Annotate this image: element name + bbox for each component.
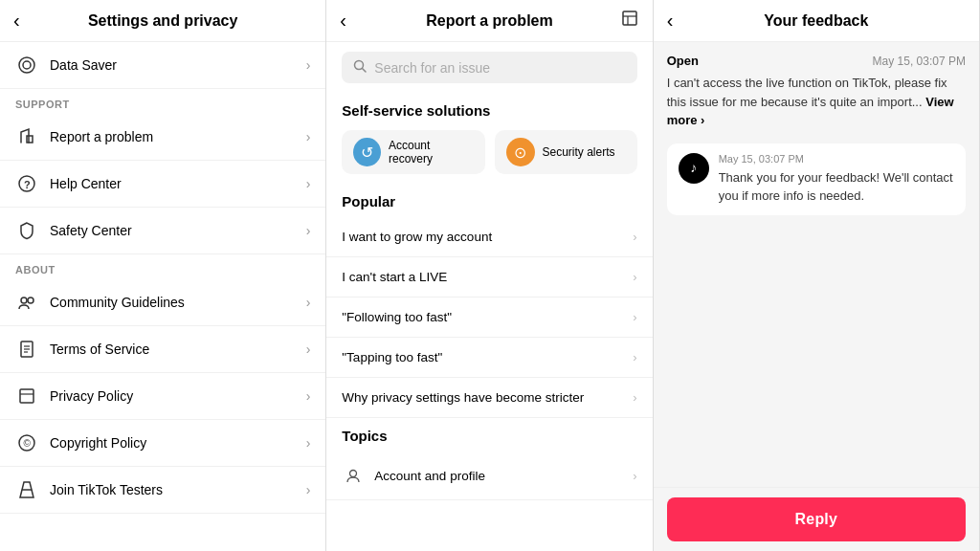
privacy-label: Privacy Policy [50,388,306,404]
community-label: Community Guidelines [50,295,306,310]
settings-header: ‹ Settings and privacy [0,0,325,42]
reply-content: May 15, 03:07 PM Thank you for your feed… [719,153,954,206]
report-panel: ‹ Report a problem Search for an issue S… [326,0,653,551]
report-list: Self-service solutions ↺ Account recover… [326,93,652,551]
data-saver-chevron: › [306,57,311,73]
feedback-back-button[interactable]: ‹ [667,10,674,32]
reply-text: Thank you for your feedback! We'll conta… [719,168,954,206]
security-alerts-label: Security alerts [543,145,615,159]
help-label: Help Center [50,176,306,191]
settings-item-data-saver[interactable]: Data Saver › [0,42,325,89]
edit-icon[interactable] [620,9,639,33]
account-profile-chevron: › [633,469,636,483]
svg-rect-15 [623,11,636,25]
svg-point-20 [350,471,357,477]
help-chevron: › [306,176,311,191]
community-chevron: › [306,295,311,310]
tapping-label: "Tapping too fast" [342,350,633,364]
settings-item-copyright[interactable]: © Copyright Policy › [0,420,325,467]
svg-point-6 [28,298,33,303]
settings-title: Settings and privacy [88,12,238,30]
terms-label: Terms of Service [50,342,306,357]
privacy-settings-chevron: › [633,390,636,405]
report-chevron: › [306,129,311,144]
svg-point-0 [19,57,34,73]
feedback-header: ‹ Your feedback [654,0,979,42]
account-profile-icon [342,464,365,487]
community-icon [15,291,38,314]
testers-chevron: › [306,482,311,497]
safety-label: Safety Center [50,223,306,238]
grow-label: I want to grow my account [342,230,633,244]
svg-rect-2 [27,136,33,143]
feedback-status-row: Open May 15, 03:07 PM [667,54,966,68]
following-label: "Following too fast" [342,310,633,324]
copyright-chevron: › [306,435,311,451]
report-icon [15,125,38,148]
settings-item-help[interactable]: ? Help Center › [0,161,325,208]
tapping-chevron: › [633,350,636,364]
report-item-following[interactable]: "Following too fast" › [326,298,652,338]
security-alerts-card[interactable]: ⊙ Security alerts [495,130,637,174]
feedback-text: I can't access the live function on TikT… [667,74,966,130]
feedback-status: Open [667,54,699,68]
feedback-date: May 15, 03:07 PM [873,55,966,68]
search-icon [353,59,367,76]
settings-list: Data Saver › SUPPORT Report a problem › … [0,42,325,551]
settings-item-testers[interactable]: Join TikTok Testers › [0,467,325,514]
report-item-account-profile[interactable]: Account and profile › [326,452,652,500]
safety-icon [15,219,38,242]
settings-panel: ‹ Settings and privacy Data Saver › SUPP… [0,0,326,551]
report-item-live[interactable]: I can't start a LIVE › [326,257,652,298]
report-back-button[interactable]: ‹ [340,10,346,32]
reply-date: May 15, 03:07 PM [719,153,954,165]
report-item-privacy-settings[interactable]: Why privacy settings have become stricte… [326,378,652,418]
copyright-icon: © [15,431,38,454]
about-section-label: ABOUT [0,254,325,279]
account-profile-label: Account and profile [374,469,633,483]
svg-text:?: ? [24,179,31,190]
support-section-label: SUPPORT [0,89,325,114]
search-bar[interactable]: Search for an issue [342,52,636,83]
tiktok-avatar: ♪ [679,153,709,184]
help-icon: ? [15,172,38,195]
settings-item-privacy[interactable]: Privacy Policy › [0,373,325,420]
report-label: Report a problem [50,129,306,144]
terms-chevron: › [306,342,311,357]
account-recovery-card[interactable]: ↺ Account recovery [342,130,484,174]
report-item-grow[interactable]: I want to grow my account › [326,217,652,257]
search-placeholder: Search for an issue [374,60,490,76]
privacy-icon [15,385,38,408]
copyright-label: Copyright Policy [50,435,306,451]
privacy-settings-label: Why privacy settings have become stricte… [342,390,633,405]
reply-bubble: ♪ May 15, 03:07 PM Thank you for your fe… [667,143,966,215]
feedback-footer: Reply [654,487,979,551]
live-label: I can't start a LIVE [342,270,633,284]
terms-icon [15,338,38,361]
live-chevron: › [633,270,636,284]
back-button[interactable]: ‹ [13,10,20,32]
reply-button[interactable]: Reply [667,497,966,541]
testers-icon [15,478,38,501]
self-service-cards: ↺ Account recovery ⊙ Security alerts [326,126,652,184]
report-item-tapping[interactable]: "Tapping too fast" › [326,338,652,378]
feedback-content: Open May 15, 03:07 PM I can't access the… [654,42,979,487]
svg-rect-11 [20,389,33,403]
following-chevron: › [633,310,636,324]
privacy-chevron: › [306,388,311,404]
popular-title: Popular [326,184,652,217]
svg-line-19 [363,69,367,73]
grow-chevron: › [633,230,636,244]
settings-item-community[interactable]: Community Guidelines › [0,279,325,326]
settings-item-terms[interactable]: Terms of Service › [0,326,325,373]
settings-item-safety[interactable]: Safety Center › [0,208,325,254]
report-title: Report a problem [426,12,552,30]
settings-item-report[interactable]: Report a problem › [0,114,325,161]
account-recovery-icon: ↺ [353,138,381,166]
self-service-title: Self-service solutions [326,93,652,126]
testers-label: Join TikTok Testers [50,482,306,497]
topics-title: Topics [326,418,652,452]
tiktok-logo-icon: ♪ [690,161,697,176]
feedback-title: Your feedback [764,12,868,30]
safety-chevron: › [306,223,311,238]
